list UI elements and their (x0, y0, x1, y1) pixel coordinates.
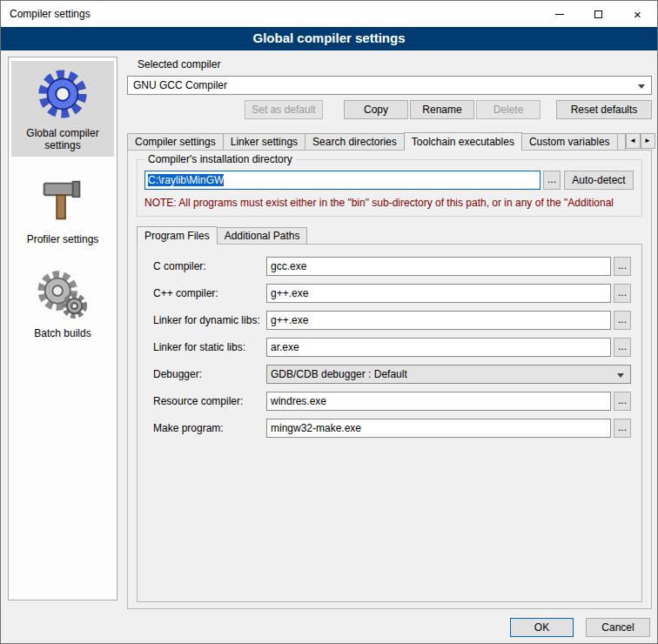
static-linker-input[interactable]: ar.exe (266, 338, 611, 357)
field-row-static-linker: Linker for static libs: ar.exe ... (138, 338, 641, 357)
field-row-debugger: Debugger: GDB/CDB debugger : Default (138, 365, 641, 384)
selected-compiler-label: Selected compiler (138, 58, 220, 70)
field-label: Linker for static libs: (153, 341, 245, 353)
close-icon: × (634, 8, 641, 21)
compiler-actions: Set as default Copy Rename Delete Reset … (127, 100, 652, 119)
debugger-select-value: GDB/CDB debugger : Default (271, 368, 407, 380)
bin-subdirectory-note: NOTE: All programs must exist either in … (144, 197, 639, 209)
field-label: Linker for dynamic libs: (153, 314, 260, 326)
tab-scroll-controls: ◄ ► (626, 133, 655, 149)
make-program-input[interactable]: mingw32-make.exe (266, 419, 611, 438)
debugger-select[interactable]: GDB/CDB debugger : Default (266, 365, 631, 384)
sidebar-item-profiler-settings[interactable]: Profiler settings (11, 167, 114, 251)
installation-directory-groupbox: Compiler's installation directory C:\ray… (137, 159, 642, 217)
c-compiler-input[interactable]: gcc.exe (266, 257, 611, 276)
cpp-compiler-input[interactable]: g++.exe (266, 284, 611, 303)
page-title: Global compiler settings (1, 27, 657, 50)
field-label: C compiler: (153, 260, 206, 272)
tab-search-directories[interactable]: Search directories (305, 133, 405, 150)
resource-compiler-browse-button[interactable]: ... (614, 392, 631, 411)
window-title: Compiler settings (1, 8, 91, 20)
chevron-down-icon (617, 373, 624, 378)
window-controls: × (540, 1, 657, 27)
settings-sidebar: Global compiler settings Profiler settin… (8, 57, 118, 600)
minimize-button[interactable] (540, 1, 579, 27)
field-label: C++ compiler: (153, 287, 218, 299)
chevron-down-icon (638, 84, 645, 89)
rename-button[interactable]: Rename (410, 100, 474, 119)
field-label: Resource compiler: (153, 395, 243, 407)
field-row-cpp-compiler: C++ compiler: g++.exe ... (138, 284, 641, 303)
program-files-panel: C compiler: gcc.exe ... C++ compiler: g+… (137, 244, 642, 602)
c-compiler-browse-button[interactable]: ... (614, 257, 631, 276)
field-row-dynamic-linker: Linker for dynamic libs: g++.exe ... (138, 311, 641, 330)
install-dir-browse-button[interactable]: ... (543, 171, 561, 190)
delete-button[interactable]: Delete (476, 100, 540, 119)
make-program-browse-button[interactable]: ... (614, 419, 631, 438)
maximize-icon (594, 10, 602, 18)
cancel-button[interactable]: Cancel (586, 618, 650, 637)
subtab-additional-paths[interactable]: Additional Paths (217, 227, 308, 244)
sidebar-item-label: Batch builds (13, 327, 112, 339)
reset-defaults-button[interactable]: Reset defaults (556, 100, 652, 119)
static-linker-browse-button[interactable]: ... (614, 338, 631, 357)
sidebar-item-label: Profiler settings (13, 233, 112, 245)
compiler-select-value: GNU GCC Compiler (133, 79, 227, 91)
resource-compiler-input[interactable]: windres.exe (266, 392, 611, 411)
ok-button[interactable]: OK (510, 618, 574, 637)
installation-directory-label: Compiler's installation directory (144, 153, 296, 165)
tab-toolchain-executables[interactable]: Toolchain executables (404, 132, 522, 151)
tab-scroll-right-icon[interactable]: ► (641, 133, 655, 149)
installation-directory-row: C:\raylib\MinGW ... Auto-detect (144, 171, 636, 190)
tab-compiler-settings[interactable]: Compiler settings (127, 133, 224, 150)
tab-build-options[interactable]: Buil (617, 133, 626, 150)
titlebar: Compiler settings × (1, 1, 657, 27)
program-files-subtabbar: Program Files Additional Paths (137, 225, 306, 244)
tab-linker-settings[interactable]: Linker settings (223, 133, 306, 150)
install-dir-selected-text: C:\raylib\MinGW (148, 174, 224, 186)
dynamic-linker-input[interactable]: g++.exe (266, 311, 611, 330)
sidebar-item-global-compiler-settings[interactable]: Global compiler settings (11, 61, 114, 157)
dynamic-linker-browse-button[interactable]: ... (614, 311, 631, 330)
tab-custom-variables[interactable]: Custom variables (521, 133, 618, 150)
copy-button[interactable]: Copy (344, 100, 408, 119)
field-row-make-program: Make program: mingw32-make.exe ... (138, 419, 641, 438)
compiler-settings-dialog: Compiler settings × Global compiler sett… (0, 0, 658, 644)
close-button[interactable]: × (618, 1, 657, 27)
compiler-select[interactable]: GNU GCC Compiler (127, 76, 652, 95)
gear-gray-icon (36, 267, 90, 321)
field-row-resource-compiler: Resource compiler: windres.exe ... (138, 392, 641, 411)
maximize-button[interactable] (579, 1, 618, 27)
field-row-c-compiler: C compiler: gcc.exe ... (138, 257, 641, 276)
field-label: Make program: (153, 422, 224, 434)
subtab-program-files[interactable]: Program Files (137, 226, 218, 245)
install-dir-input[interactable]: C:\raylib\MinGW (144, 171, 540, 190)
gear-blue-icon (36, 67, 90, 121)
toolchain-executables-panel: Compiler's installation directory C:\ray… (127, 150, 652, 609)
sidebar-item-batch-builds[interactable]: Batch builds (11, 261, 114, 345)
sidebar-item-label: Global compiler settings (13, 127, 112, 151)
minimize-icon (555, 14, 564, 15)
tab-scroll-left-icon[interactable]: ◄ (626, 133, 641, 149)
settings-tabbar: Compiler settings Linker settings Search… (127, 131, 652, 150)
cpp-compiler-browse-button[interactable]: ... (614, 284, 631, 303)
auto-detect-button[interactable]: Auto-detect (564, 171, 634, 190)
field-label: Debugger: (153, 368, 202, 380)
set-as-default-button[interactable]: Set as default (245, 100, 323, 119)
profiler-tool-icon (36, 173, 90, 227)
